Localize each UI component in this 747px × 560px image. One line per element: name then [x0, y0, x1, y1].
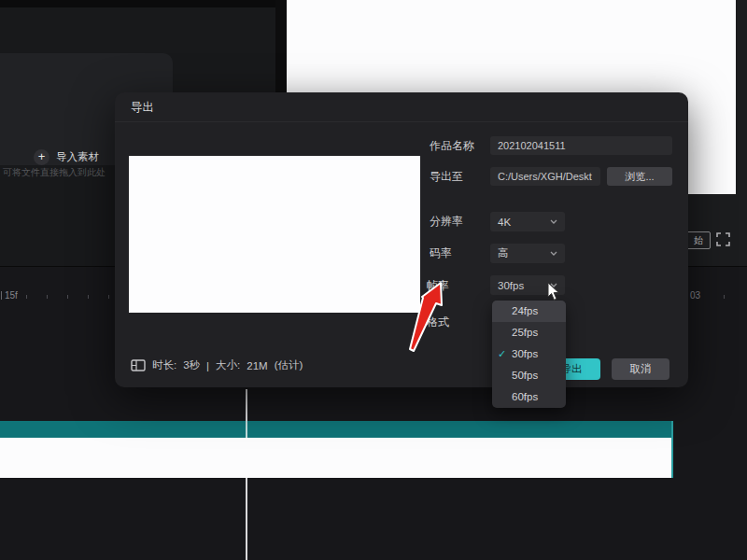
- chevron-down-icon: [550, 219, 557, 224]
- path-label: 导出至: [430, 169, 463, 185]
- top-strip: [0, 0, 287, 7]
- check-icon: ✓: [498, 343, 506, 365]
- ruler-label-right: 03: [690, 290, 700, 301]
- name-input[interactable]: [490, 136, 672, 155]
- ruler-tick: [47, 295, 48, 299]
- fps-value: 30fps: [498, 280, 524, 291]
- ruler-tick: [108, 295, 109, 299]
- fps-select[interactable]: 30fps: [490, 275, 565, 295]
- cancel-button[interactable]: 取消: [612, 358, 669, 380]
- fps-option-30[interactable]: ✓ 30fps: [492, 343, 566, 365]
- chevron-down-icon: [550, 283, 557, 287]
- ruler-tick: [67, 295, 68, 299]
- dialog-title: 导出: [131, 100, 154, 116]
- fullscreen-icon[interactable]: [716, 232, 730, 246]
- ruler-tick: [26, 295, 27, 299]
- path-input[interactable]: [490, 167, 600, 186]
- export-dialog: 导出 作品名称 导出至 浏览... 分辨率 4K 码率 高 帧率 30fps 格…: [115, 92, 688, 387]
- bitrate-value: 高: [498, 246, 509, 260]
- info-divider: |: [206, 360, 209, 371]
- plus-icon: +: [34, 149, 49, 165]
- drop-hint-text: 可将文件直接拖入到此处: [3, 166, 106, 179]
- video-clip[interactable]: [0, 421, 673, 478]
- browse-button[interactable]: 浏览...: [607, 167, 672, 186]
- ratio-button[interactable]: 始: [686, 231, 711, 249]
- import-material-button[interactable]: + 导入素材: [34, 148, 99, 165]
- size-label: 大小:: [216, 358, 240, 372]
- import-material-label: 导入素材: [56, 150, 99, 164]
- duration-value: 3秒: [183, 358, 200, 372]
- fps-option-25[interactable]: 25fps: [492, 322, 566, 343]
- bitrate-select[interactable]: 高: [490, 244, 565, 263]
- fps-dropdown-menu: 24fps 25fps ✓ 30fps 50fps 60fps: [492, 301, 566, 408]
- duration-label: 时长:: [152, 358, 176, 372]
- fps-option-24[interactable]: 24fps: [492, 301, 566, 322]
- clip-body: [0, 438, 671, 478]
- name-label: 作品名称: [430, 138, 474, 154]
- clip-header: [0, 421, 671, 438]
- bitrate-label: 码率: [430, 245, 452, 261]
- export-preview-thumbnail: [129, 156, 420, 313]
- ruler-label-left: 15f: [5, 290, 18, 301]
- resolution-select[interactable]: 4K: [490, 212, 565, 231]
- fps-label: 帧率: [427, 278, 449, 294]
- dialog-header: 导出: [115, 92, 688, 122]
- fps-option-50[interactable]: 50fps: [492, 365, 566, 386]
- resolution-label: 分辨率: [430, 214, 463, 230]
- export-info: 时长: 3秒 | 大小: 21M (估计): [131, 358, 303, 372]
- size-value: 21M: [247, 360, 267, 371]
- resolution-value: 4K: [498, 217, 511, 228]
- format-label: 格式: [427, 315, 449, 330]
- chevron-down-icon: [550, 251, 557, 256]
- ruler-tick: [724, 295, 725, 299]
- playhead-over-clip: [246, 421, 247, 438]
- size-note: (估计): [275, 358, 303, 372]
- fps-option-60[interactable]: 60fps: [492, 386, 566, 408]
- film-icon: [131, 359, 146, 371]
- ruler-tick: [88, 295, 89, 299]
- ruler-tick: [1, 291, 2, 300]
